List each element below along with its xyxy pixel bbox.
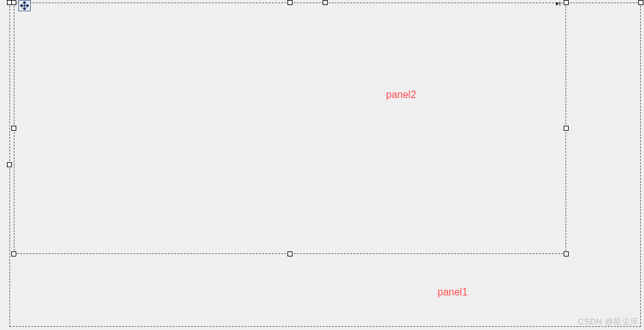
svg-marker-2 [23, 1, 26, 3]
svg-marker-3 [23, 8, 26, 10]
panel2-handle-tl[interactable] [11, 0, 16, 5]
panel2-handle-bc[interactable] [287, 251, 292, 256]
svg-marker-5 [27, 4, 29, 7]
panel2-handle-ml[interactable] [11, 126, 16, 131]
panel1-handle-tc[interactable] [323, 0, 328, 5]
watermark-text: CSDN @星尘库 [578, 316, 639, 327]
panel2-handle-tr[interactable] [564, 0, 569, 5]
panel2-handle-tc[interactable] [287, 0, 292, 5]
panel2-handle-mr[interactable] [564, 126, 569, 131]
panel2-handle-bl[interactable] [11, 251, 16, 256]
panel1-label: panel1 [437, 287, 468, 298]
svg-marker-6 [556, 2, 559, 6]
smart-tag-icon[interactable] [555, 1, 564, 7]
panel2-container[interactable] [14, 3, 566, 254]
panel1-handle-tr[interactable] [638, 0, 643, 5]
panel2-label: panel2 [386, 89, 416, 101]
svg-marker-4 [20, 4, 22, 7]
panel2-handle-br[interactable] [564, 251, 569, 256]
move-handle-icon[interactable] [18, 0, 31, 11]
panel1-handle-ml[interactable] [7, 162, 12, 167]
